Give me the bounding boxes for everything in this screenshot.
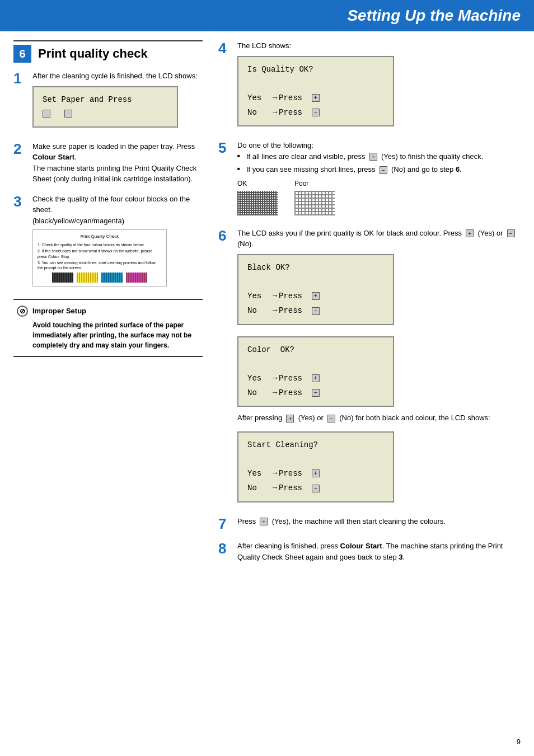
- step4-content: The LCD shows: Is Quality OK? Yes →Press…: [237, 40, 524, 131]
- step5-number: 5: [218, 140, 234, 156]
- step5-minus-icon: −: [380, 166, 387, 174]
- step6-lcd-black-line1: Black OK?: [247, 263, 290, 272]
- step6-after1: After pressing: [237, 414, 282, 422]
- step6-lcd-black: Black OK? Yes →Press + No →Press −: [237, 254, 394, 325]
- left-column: 6 Print quality check 1 After the cleani…: [0, 40, 213, 571]
- step6-after-text: After pressing + (Yes) or − (No) for bot…: [237, 412, 524, 424]
- step1: 1 After the cleaning cycle is finished, …: [13, 71, 203, 132]
- step7-plus-icon: +: [260, 518, 268, 525]
- step6-minus-icon: −: [507, 229, 515, 237]
- printer-preview-title: Print Quality Check: [38, 233, 162, 240]
- step6-lcd-color-line2: Yes →Press +: [247, 374, 320, 383]
- pq-line1: 1. Check the quality of the four colour …: [38, 242, 162, 247]
- step4-lcd: Is Quality OK? Yes →Press + No →Press −: [237, 56, 394, 127]
- step2: 2 Make sure paper is loaded in the paper…: [13, 141, 203, 185]
- ok-grid: [237, 191, 278, 215]
- section-title: Print quality check: [38, 46, 148, 61]
- step1-lcd-icons: [43, 109, 72, 118]
- ok-poor-comparison: OK Poor: [237, 179, 524, 215]
- printer-preview: Print Quality Check 1. Check the quality…: [32, 229, 167, 286]
- step6-text: The LCD asks you if the print quality is…: [237, 228, 524, 250]
- page-header: Setting Up the Machine: [0, 0, 534, 31]
- step6-after2: (Yes) or: [298, 414, 324, 422]
- right-column: 4 The LCD shows: Is Quality OK? Yes →Pre…: [213, 40, 534, 571]
- step6-lcd-color-line1: Color OK?: [247, 345, 294, 354]
- step5-bullet1: If all lines are clear and visible, pres…: [237, 151, 524, 162]
- step3-content: Check the quality of the four colour blo…: [32, 194, 203, 290]
- step3-number: 3: [13, 194, 29, 210]
- step2-text1: Make sure paper is loaded in the paper t…: [32, 142, 195, 151]
- section-number: 6: [13, 45, 31, 63]
- step4: 4 The LCD shows: Is Quality OK? Yes →Pre…: [218, 40, 524, 131]
- step6-content: The LCD asks you if the print quality is…: [237, 228, 524, 507]
- step2-bold: Colour Start: [32, 153, 74, 161]
- step7: 7 Press + (Yes), the machine will then s…: [218, 516, 524, 532]
- step8-content: After cleaning is finished, press Colour…: [237, 541, 524, 562]
- step1-content: After the cleaning cycle is finished, th…: [32, 71, 203, 132]
- step2-period: .: [74, 153, 77, 161]
- step6-lcd-start-line3: No →Press −: [247, 483, 320, 492]
- step6-lcd-start-line1: Start Cleaning?: [247, 440, 318, 449]
- step7-content: Press + (Yes), the machine will then sta…: [237, 516, 524, 527]
- step4-number: 4: [218, 40, 234, 57]
- step4-lcd-line1: Is Quality OK?: [247, 65, 313, 74]
- poor-grid: [294, 191, 335, 215]
- black-block: [52, 273, 73, 283]
- step6-text-no: (No).: [237, 240, 254, 248]
- step7-text-after: (Yes), the machine will then start clean…: [272, 517, 446, 525]
- poor-item: Poor: [294, 179, 335, 215]
- section6-heading: 6 Print quality check: [13, 40, 203, 63]
- step8-step-ref: 3: [399, 553, 402, 561]
- step6-lcd-color-line3: No →Press −: [247, 388, 320, 397]
- step3-text: Check the quality of the four colour blo…: [32, 194, 203, 215]
- step6-text-before: The LCD asks you if the print quality is…: [237, 229, 462, 237]
- step4-text: The LCD shows:: [237, 40, 524, 51]
- step6-lcd-start-line2: Yes →Press +: [247, 469, 320, 478]
- step5-bullets: If all lines are clear and visible, pres…: [237, 151, 524, 175]
- ok-label: OK: [237, 179, 278, 189]
- step6: 6 The LCD asks you if the print quality …: [218, 228, 524, 507]
- step5-plus-icon: +: [369, 153, 377, 161]
- step6-plus-icon: +: [466, 229, 474, 237]
- pq-line3: 3. You can see missing short lines, star…: [38, 260, 162, 270]
- step6-text-yes: (Yes) or: [477, 229, 503, 237]
- improper-heading: ⊘ Improper Setup: [17, 306, 203, 317]
- magenta-block: [126, 273, 147, 283]
- step5-b1-text1: If all lines are clear and visible, pres…: [246, 152, 365, 161]
- step2-number: 2: [13, 141, 29, 157]
- color-blocks: [38, 273, 162, 283]
- step6-lcd-color: Color OK? Yes →Press + No →Press −: [237, 336, 394, 407]
- step4-lcd-line2: Yes →Press +: [247, 93, 320, 102]
- cyan-block: [101, 273, 123, 283]
- step2-text2: The machine starts printing the Print Qu…: [32, 164, 196, 184]
- improper-heading-text: Improper Setup: [32, 307, 86, 315]
- step8: 8 After cleaning is finished, press Colo…: [218, 541, 524, 562]
- step3: 3 Check the quality of the four colour b…: [13, 194, 203, 290]
- step1-number: 1: [13, 71, 29, 87]
- step6-lcd-black-line3: No →Press −: [247, 306, 320, 315]
- step6-number: 6: [218, 228, 234, 244]
- step7-number: 7: [218, 516, 234, 532]
- step1-lcd: Set Paper and Press: [32, 86, 178, 128]
- page-title: Setting Up the Machine: [347, 7, 521, 24]
- step5-b2-text2: (No) and go to step: [391, 165, 456, 173]
- step2-content: Make sure paper is loaded in the paper t…: [32, 141, 203, 185]
- poor-label: Poor: [294, 179, 335, 189]
- step3-subtext: (black/yellow/cyan/magenta): [32, 215, 203, 227]
- step5-b2-text1: If you can see missing short lines, pres…: [246, 165, 376, 173]
- step5: 5 Do one of the following: If all lines …: [218, 140, 524, 219]
- yellow-block: [77, 273, 98, 283]
- step6-lcd-black-line2: Yes →Press +: [247, 292, 320, 300]
- step4-lcd-line3: No →Press −: [247, 108, 320, 117]
- step1-text: After the cleaning cycle is finished, th…: [32, 71, 203, 82]
- step8-end: .: [403, 553, 405, 561]
- step8-text-before: After cleaning is finished, press: [237, 542, 340, 550]
- step5-content: Do one of the following: If all lines ar…: [237, 140, 524, 219]
- step1-lcd-line1: Set Paper and Press: [43, 95, 132, 104]
- step6-after-minus: −: [327, 415, 335, 422]
- step5-b2-period: .: [460, 165, 462, 173]
- step5-b1-text2: (Yes) to finish the quality check.: [381, 152, 483, 161]
- step8-bold: Colour Start: [340, 542, 382, 550]
- improper-body: Avoid touching the printed surface of th…: [17, 320, 203, 350]
- step6-after3: (No) for both black and colour, the LCD …: [339, 414, 490, 422]
